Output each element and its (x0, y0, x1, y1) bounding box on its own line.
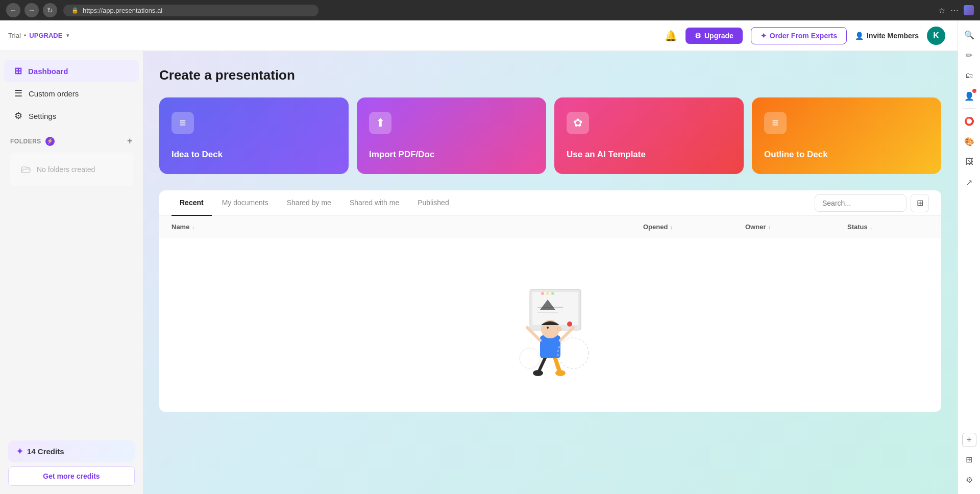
notification-bell[interactable]: 🔔 (665, 30, 677, 42)
lock-icon: 🔒 (71, 7, 79, 14)
svg-point-13 (533, 370, 543, 376)
create-card-template[interactable]: ✿ Use an AI Template (554, 97, 744, 174)
settings-label: Settings (29, 112, 56, 120)
sidebar-top-bar: Trial • UPGRADE ▾ (0, 20, 143, 51)
separator: • (24, 32, 27, 39)
owner-header-label: Owner (745, 223, 766, 231)
invite-members-button[interactable]: 👤 Invite Members (855, 32, 919, 40)
folders-section: FOLDERS ⚡ + 🗁 No folders created (0, 128, 143, 194)
right-sidebar-palette-btn[interactable]: 🎨 (961, 133, 977, 150)
tabs-search: ⊞ (815, 194, 929, 212)
order-icon: ✦ (761, 32, 767, 40)
order-experts-label: Order From Experts (770, 32, 837, 40)
refresh-button[interactable]: ↻ (43, 3, 57, 17)
upgrade-btn-label: Upgrade (704, 32, 733, 40)
column-header-name[interactable]: Name ↓ (172, 223, 643, 231)
idea-card-icon: ≡ (172, 112, 194, 134)
svg-point-2 (541, 292, 544, 295)
right-sidebar-image-btn[interactable]: 🖼 (961, 154, 977, 170)
svg-point-4 (551, 292, 554, 295)
name-header-label: Name (172, 223, 189, 231)
right-sidebar-edit-btn[interactable]: ✏ (961, 47, 977, 63)
browser-chrome: ← → ↻ 🔒 https://app.presentations.ai ☆ ⋯ (0, 0, 980, 20)
right-sidebar-archive-btn[interactable]: 🗂 (961, 67, 977, 84)
forward-button[interactable]: → (24, 3, 39, 17)
upgrade-button[interactable]: ⚙ Upgrade (685, 28, 743, 44)
browser-menu-btn[interactable]: ⋯ (950, 6, 959, 15)
status-sort-icon: ↓ (870, 224, 873, 230)
custom-orders-icon: ☰ (14, 88, 22, 99)
grid-toggle-button[interactable]: ⊞ (911, 194, 929, 212)
create-card-idea[interactable]: ≡ Idea to Deck (159, 97, 349, 174)
create-card-import[interactable]: ⬆ Import PDF/Doc (357, 97, 546, 174)
custom-orders-label: Custom orders (29, 89, 79, 98)
address-bar[interactable]: 🔒 https://app.presentations.ai (63, 5, 318, 16)
tab-shared-by-me[interactable]: Shared by me (279, 190, 339, 216)
sidebar-item-dashboard[interactable]: ⊞ Dashboard (4, 60, 139, 82)
add-folder-button[interactable]: + (127, 136, 133, 146)
main-content: 🔔 ⚙ Upgrade ✦ Order From Experts 👤 Invit… (143, 20, 958, 494)
import-card-label: Import PDF/Doc (369, 150, 534, 160)
template-card-label: Use an AI Template (567, 150, 731, 160)
create-cards-grid: ≡ Idea to Deck ⬆ Import PDF/Doc ✿ Use an… (159, 97, 941, 174)
no-folders-placeholder: 🗁 No folders created (10, 153, 133, 186)
trial-dropdown[interactable]: ▾ (66, 32, 69, 39)
status-header-label: Status (847, 223, 868, 231)
dashboard-icon: ⊞ (14, 65, 22, 77)
trial-label: Trial (8, 32, 21, 39)
right-sidebar-table-btn[interactable]: ⊞ (961, 451, 977, 467)
page-title: Create a presentation (159, 67, 941, 83)
column-header-owner[interactable]: Owner ↓ (745, 223, 847, 231)
right-sidebar-circle-btn[interactable]: ⭕ (961, 113, 977, 129)
user-avatar[interactable]: K (927, 27, 945, 45)
svg-point-16 (558, 338, 589, 368)
svg-point-11 (547, 327, 549, 329)
main-row: Trial • UPGRADE ▾ ⊞ Dashboard ☰ Custom o… (0, 20, 980, 494)
tab-recent[interactable]: Recent (172, 190, 212, 216)
right-sidebar-gear-btn[interactable]: ⚙ (961, 472, 977, 488)
svg-point-14 (555, 370, 566, 376)
name-sort-icon: ↓ (191, 224, 194, 230)
empty-illustration (499, 269, 601, 381)
sidebar-item-custom-orders[interactable]: ☰ Custom orders (4, 83, 139, 104)
back-button[interactable]: ← (6, 3, 20, 17)
table-header: Name ↓ Opened ↓ Owner ↓ Status (159, 216, 941, 238)
upgrade-link[interactable]: UPGRADE (29, 32, 62, 39)
search-input[interactable] (815, 194, 906, 212)
folders-badge: ⚡ (45, 137, 55, 146)
browser-favicon (964, 5, 974, 15)
no-folders-label: No folders created (37, 165, 95, 174)
folder-icon: 🗁 (20, 163, 32, 176)
create-card-outline[interactable]: ≡ Outline to Deck (752, 97, 941, 174)
browser-star-btn[interactable]: ☆ (938, 6, 945, 15)
tab-shared-with-me[interactable]: Shared with me (341, 190, 407, 216)
right-sidebar-arrow-btn[interactable]: ↗ (961, 174, 977, 190)
page-wrapper: ← → ↻ 🔒 https://app.presentations.ai ☆ ⋯… (0, 0, 980, 494)
opened-sort-icon: ↓ (670, 224, 673, 230)
sidebar-wrapper: Trial • UPGRADE ▾ ⊞ Dashboard ☰ Custom o… (0, 20, 143, 494)
get-credits-button[interactable]: Get more credits (8, 466, 135, 486)
tab-my-documents[interactable]: My documents (214, 190, 277, 216)
content-area: Create a presentation ≡ Idea to Deck ⬆ I… (143, 51, 958, 494)
invite-icon: 👤 (855, 32, 864, 40)
empty-state (159, 238, 941, 412)
upgrade-icon: ⚙ (695, 32, 701, 40)
sidebar-item-settings[interactable]: ⚙ Settings (4, 105, 139, 127)
column-header-opened[interactable]: Opened ↓ (643, 223, 745, 231)
tab-published[interactable]: Published (409, 190, 457, 216)
credits-amount: 14 Credits (27, 447, 64, 456)
order-experts-button[interactable]: ✦ Order From Experts (751, 27, 847, 44)
column-header-status[interactable]: Status ↓ (847, 223, 929, 231)
app-top-bar: 🔔 ⚙ Upgrade ✦ Order From Experts 👤 Invit… (143, 20, 958, 51)
svg-rect-1 (532, 292, 578, 325)
outline-card-icon: ≡ (764, 112, 787, 134)
browser-actions: ☆ ⋯ (938, 5, 974, 15)
tabs-bar: Recent My documents Shared by me Shared … (159, 190, 941, 216)
svg-point-3 (546, 292, 549, 295)
trial-badge: Trial • UPGRADE (8, 32, 62, 39)
right-sidebar-plus-btn[interactable]: + (962, 433, 976, 447)
right-sidebar-search-btn[interactable]: 🔍 (961, 27, 977, 43)
right-sidebar-divider (963, 108, 975, 109)
outline-card-label: Outline to Deck (764, 150, 929, 160)
right-sidebar-user-btn[interactable]: 👤 (961, 88, 977, 104)
